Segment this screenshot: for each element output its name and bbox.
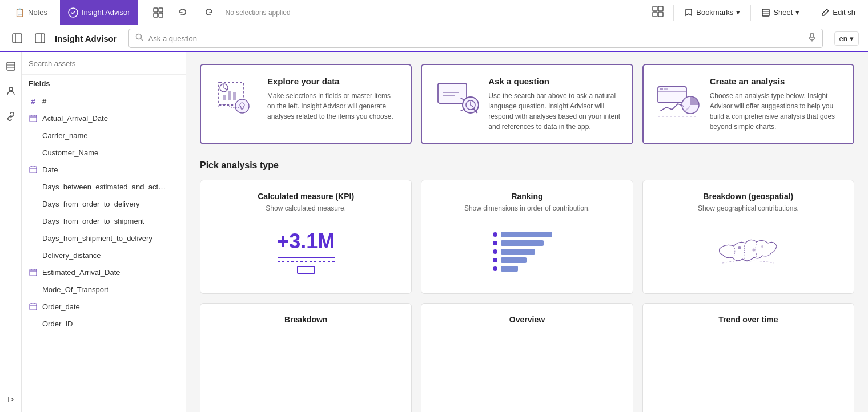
- sheet-chevron: ▾: [795, 8, 799, 17]
- ask-question-card[interactable]: Ask a question Use the search bar above …: [421, 64, 633, 144]
- analysis-card-trend[interactable]: Trend over time: [642, 303, 854, 412]
- rank-bar-5: [501, 266, 518, 272]
- svg-rect-6: [658, 6, 663, 11]
- analysis-card-overview[interactable]: Overview: [421, 303, 633, 412]
- svg-point-61: [753, 249, 756, 252]
- edit-button[interactable]: Edit sh: [815, 6, 861, 19]
- language-selector[interactable]: en ▾: [834, 31, 859, 46]
- field-days-shipment-delivery[interactable]: Days_from_shipment_to_delivery: [22, 229, 186, 247]
- sep3: [750, 5, 751, 21]
- sidebar-links-icon[interactable]: [3, 108, 19, 124]
- ranking-card-title: Ranking: [511, 192, 542, 201]
- hash-icon: #: [29, 96, 38, 106]
- svg-rect-42: [228, 91, 231, 100]
- field-date[interactable]: Date: [22, 161, 186, 178]
- svg-rect-1: [154, 8, 158, 12]
- field-order-date[interactable]: Order_date: [22, 298, 186, 315]
- field-carrier-name[interactable]: Carrier_name: [22, 127, 186, 144]
- svg-rect-2: [159, 8, 163, 12]
- grid-view-button[interactable]: [647, 3, 669, 22]
- search-assets-input[interactable]: [29, 59, 179, 68]
- undo-icon[interactable]: [173, 0, 194, 25]
- sidebar-search-area[interactable]: [22, 52, 186, 75]
- svg-rect-5: [653, 6, 657, 11]
- sidebar-master-items-icon[interactable]: [3, 83, 19, 99]
- spacer-icon-4: [29, 199, 38, 208]
- svg-rect-14: [35, 34, 45, 43]
- sidebar: Fields # # Actual_Arrival_Date Carrier_n…: [22, 52, 186, 412]
- analysis-card-ranking[interactable]: Ranking Show dimensions in order of cont…: [421, 180, 633, 294]
- svg-rect-8: [658, 12, 663, 17]
- svg-rect-47: [438, 83, 467, 103]
- explore-data-card[interactable]: Explore your data Make selections in fie…: [200, 64, 412, 144]
- svg-point-23: [9, 87, 13, 91]
- question-input[interactable]: [148, 34, 803, 43]
- rank-dot-3: [493, 249, 497, 254]
- explore-data-title: Explore your data: [267, 76, 399, 86]
- field-customer-name[interactable]: Customer_Name: [22, 144, 186, 161]
- redo-icon[interactable]: [198, 0, 219, 25]
- svg-rect-3: [154, 13, 158, 17]
- sidebar-collapse-button[interactable]: [3, 391, 19, 407]
- analysis-card-geospatial[interactable]: Breakdown (geospatial) Show geographical…: [642, 180, 854, 294]
- field-order-id[interactable]: Order_ID: [22, 315, 186, 332]
- analysis-card-kpi[interactable]: Calculated measure (KPI) Show calculated…: [200, 180, 412, 294]
- right-panel-toggle[interactable]: [32, 30, 48, 46]
- geo-card-title: Breakdown (geospatial): [703, 192, 793, 201]
- rank-dot-5: [493, 266, 497, 271]
- rank-dot-4: [493, 258, 497, 262]
- geo-visual: [654, 221, 842, 282]
- lang-label: en: [839, 34, 847, 43]
- field-hash[interactable]: # #: [22, 92, 186, 110]
- question-search-bar[interactable]: [128, 29, 823, 48]
- analysis-card-breakdown[interactable]: Breakdown: [200, 303, 412, 412]
- top-bar: 📋 Notes Insight Advisor No sele: [0, 0, 868, 25]
- field-actual-arrival-date[interactable]: Actual_Arrival_Date: [22, 110, 186, 127]
- svg-rect-24: [30, 115, 37, 122]
- panel-right-icon: [34, 33, 46, 44]
- sheet-icon: [761, 8, 770, 17]
- left-panel-toggle[interactable]: [9, 30, 25, 46]
- create-analysis-card[interactable]: Create an analysis Choose an analysis ty…: [642, 64, 854, 144]
- ranking-card-desc: Show dimensions in order of contribution…: [464, 204, 590, 212]
- svg-rect-43: [233, 92, 236, 100]
- svg-rect-9: [762, 9, 769, 16]
- tab-insight-advisor[interactable]: Insight Advisor: [60, 0, 138, 25]
- svg-rect-57: [660, 88, 663, 90]
- calendar-icon-1: [29, 114, 38, 123]
- create-analysis-body: Create an analysis Choose an analysis ty…: [710, 76, 842, 132]
- ask-question-body: Ask a question Use the search bar above …: [488, 76, 620, 132]
- svg-rect-20: [7, 62, 15, 70]
- selection-box-icon: [152, 7, 164, 18]
- overview-card-title: Overview: [509, 315, 545, 324]
- tab-notes[interactable]: 📋 Notes: [7, 0, 55, 25]
- create-analysis-icon: [655, 76, 701, 122]
- sheet-button[interactable]: Sheet ▾: [756, 6, 805, 19]
- field-days-between[interactable]: Days_between_estimated_and_actu...: [22, 178, 186, 195]
- svg-rect-32: [30, 269, 37, 276]
- bookmarks-chevron: ▾: [736, 8, 740, 17]
- field-days-order-shipment[interactable]: Days_from_order_to_shipment: [22, 212, 186, 229]
- field-delivery-distance[interactable]: Delivery_distance: [22, 247, 186, 264]
- spacer-icon-1: [29, 131, 38, 140]
- microphone-icon[interactable]: [807, 33, 817, 44]
- bookmarks-button[interactable]: Bookmarks ▾: [678, 6, 746, 19]
- search-icon: [135, 33, 144, 44]
- selection-icon[interactable]: [148, 0, 168, 25]
- create-analysis-desc: Choose an analysis type below. Insight A…: [710, 91, 842, 132]
- svg-rect-41: [223, 95, 226, 100]
- ask-question-desc: Use the search bar above to ask a natura…: [488, 91, 620, 132]
- rank-bar-2: [501, 240, 544, 246]
- sidebar-sheet-icon[interactable]: [3, 58, 19, 74]
- field-days-order-delivery[interactable]: Days_from_order_to_delivery: [22, 195, 186, 212]
- main-content: Explore your data Make selections in fie…: [186, 52, 868, 412]
- edit-icon: [821, 8, 830, 17]
- fields-header: Fields: [22, 75, 186, 92]
- breakdown-card-title: Breakdown: [284, 315, 327, 324]
- field-estimated-arrival-date[interactable]: Estimated_Arrival_Date: [22, 264, 186, 281]
- kpi-visual: +3.1M: [212, 221, 400, 282]
- no-selections-status: No selections applied: [226, 9, 291, 17]
- ranking-visual: [433, 221, 621, 282]
- svg-rect-36: [30, 304, 37, 310]
- field-mode-of-transport[interactable]: Mode_Of_Transport: [22, 281, 186, 298]
